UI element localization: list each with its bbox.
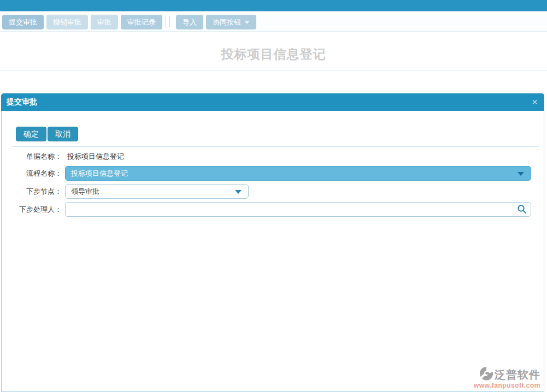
toolbar: 提交审批 撤销审批 审批 审批记录 导入 协同按钮 xyxy=(0,13,547,32)
cancel-button[interactable]: 取消 xyxy=(48,127,78,141)
approve-button[interactable]: 审批 xyxy=(91,15,118,29)
flow-name-row: 流程名称： 投标项目信息登记 xyxy=(2,166,544,181)
doc-name-value: 投标项目信息登记 xyxy=(67,149,124,164)
cancel-approval-button[interactable]: 撤销审批 xyxy=(46,15,88,29)
search-icon[interactable] xyxy=(516,204,527,215)
next-node-row: 下步节点： 领导审批 xyxy=(2,184,544,199)
flow-name-label: 流程名称： xyxy=(2,166,62,181)
doc-name-row: 单据名称： 投标项目信息登记 xyxy=(2,149,544,164)
dialog-header[interactable]: 提交审批 × xyxy=(1,93,544,111)
toolbar-separator xyxy=(169,16,170,27)
submit-approval-dialog: 提交审批 × 确定 取消 单据名称： 投标项目信息登记 流程名称： 投标项目信息… xyxy=(1,93,544,392)
page-title: 投标项目信息登记 xyxy=(0,46,547,63)
next-handler-row: 下步处理人： xyxy=(2,202,544,217)
doc-name-label: 单据名称： xyxy=(2,149,62,164)
dropdown-arrow-icon xyxy=(517,172,524,176)
top-header-bar xyxy=(0,0,547,12)
fanpu-logo-icon xyxy=(479,366,493,383)
next-node-selected-value: 领导审批 xyxy=(71,187,99,195)
approval-record-button[interactable]: 审批记录 xyxy=(121,15,162,29)
import-button[interactable]: 导入 xyxy=(176,15,203,29)
dialog-title: 提交审批 xyxy=(1,97,37,107)
ok-button[interactable]: 确定 xyxy=(16,127,46,141)
dropdown-arrow-icon xyxy=(235,190,242,194)
vendor-url: www.fanpusoft.com xyxy=(466,382,540,389)
next-node-label: 下步节点： xyxy=(2,184,62,199)
flow-name-selected-value: 投标项目信息登记 xyxy=(71,169,128,177)
next-node-select[interactable]: 领导审批 xyxy=(65,184,249,199)
close-icon[interactable]: × xyxy=(532,93,538,111)
next-handler-input[interactable] xyxy=(66,203,514,216)
next-handler-field xyxy=(65,202,531,217)
submit-approval-button[interactable]: 提交审批 xyxy=(2,15,44,29)
chevron-down-icon xyxy=(244,21,250,24)
vendor-brand-name: 泛普软件 xyxy=(495,367,540,382)
next-handler-label: 下步处理人： xyxy=(2,202,62,217)
button-divider xyxy=(13,146,539,147)
dialog-body: 确定 取消 单据名称： 投标项目信息登记 流程名称： 投标项目信息登记 下步节点… xyxy=(2,111,544,392)
page-divider xyxy=(0,70,547,70)
vendor-watermark: 泛普软件 www.fanpusoft.com xyxy=(466,366,540,390)
toolbar-separator xyxy=(166,16,166,27)
flow-name-select[interactable]: 投标项目信息登记 xyxy=(65,166,531,181)
collaboration-dropdown-label: 协同按钮 xyxy=(213,15,241,29)
collaboration-dropdown-button[interactable]: 协同按钮 xyxy=(206,15,256,29)
